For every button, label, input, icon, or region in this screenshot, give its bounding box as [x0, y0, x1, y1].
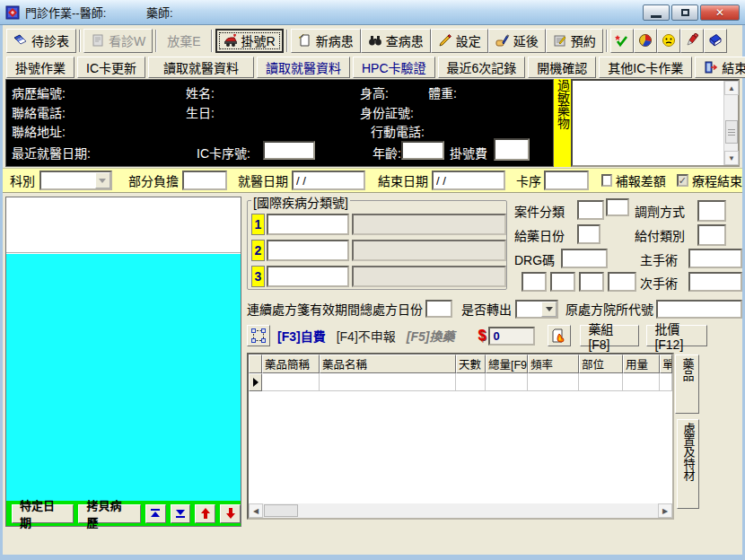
drug-table-row[interactable]	[249, 373, 672, 391]
tab-read-visit-data[interactable]: 讀取就醫資料	[148, 57, 254, 78]
tab-boot-confirm[interactable]: 開機確認	[528, 57, 596, 78]
tab-read-visit-data-2[interactable]: 讀取就醫資料	[257, 57, 350, 78]
age-label: 年齡:	[372, 144, 401, 162]
col-unit[interactable]: 單	[660, 354, 672, 373]
sub-surgery-input[interactable]	[688, 272, 742, 292]
statistics-pie-button[interactable]	[634, 29, 657, 53]
marquee-icon	[251, 328, 266, 343]
col-dose[interactable]: 用量	[623, 354, 660, 373]
end-date-input[interactable]	[432, 171, 505, 190]
dept-dropdown-icon[interactable]	[95, 172, 110, 188]
drug-group-button[interactable]: 藥組[F8]	[580, 325, 639, 346]
tab-registration[interactable]: 掛號作業	[6, 57, 74, 78]
see-patient-button[interactable]: 看診W	[83, 29, 153, 53]
wait-list-button[interactable]: 待診表	[6, 29, 76, 53]
pricing-button[interactable]: 批價[F12]	[646, 325, 707, 346]
col-total[interactable]: 總量[F9]	[486, 354, 528, 373]
transfer-combobox[interactable]	[515, 300, 558, 319]
supplement-checkbox[interactable]	[601, 174, 612, 187]
med-days-input[interactable]	[577, 224, 600, 244]
move-up-button[interactable]	[195, 504, 215, 523]
minimize-button[interactable]	[643, 4, 670, 21]
copay-input[interactable]	[182, 171, 227, 190]
postpone-button[interactable]: 延後	[488, 29, 546, 53]
settings-button[interactable]: 設定	[431, 29, 488, 53]
face-button[interactable]	[657, 29, 680, 53]
icd-code-1-input[interactable]	[267, 214, 349, 235]
scroll-top-button[interactable]	[145, 504, 166, 523]
close-button[interactable]: ✕	[700, 4, 740, 21]
course-end-checkbox[interactable]: ✓	[677, 174, 688, 187]
col-drug-abbr[interactable]: 藥品簡稱	[262, 354, 320, 373]
case-type-input[interactable]	[577, 200, 604, 220]
history-list-area[interactable]	[6, 254, 241, 501]
visit-date-input[interactable]	[292, 171, 365, 190]
transfer-dropdown-icon[interactable]	[541, 302, 557, 317]
case-type-input-2[interactable]	[606, 198, 629, 216]
select-mode-button[interactable]	[247, 325, 270, 346]
pay-type-input[interactable]	[697, 224, 726, 246]
reg-fee-input[interactable]	[494, 138, 530, 161]
exit-button[interactable]: 結束	[695, 57, 745, 78]
f3-self-pay-label[interactable]: [F3]自費	[277, 327, 326, 345]
restore-button[interactable]	[671, 4, 698, 21]
col-frequency[interactable]: 頻率	[528, 354, 579, 373]
icd-row-2: 2	[251, 240, 506, 261]
move-down-button[interactable]	[220, 504, 241, 523]
tab-recent-records[interactable]: 最近6次記錄	[438, 57, 526, 78]
extra-code-input-3[interactable]	[579, 272, 604, 292]
tab-other-ic[interactable]: 其他IC卡作業	[599, 57, 692, 78]
dept-combobox[interactable]	[39, 171, 112, 190]
col-drug-name[interactable]: 藥品名稱	[320, 354, 456, 373]
appointment-button[interactable]: 預約	[546, 29, 603, 53]
f4-no-claim-label[interactable]: [F4]不申報	[337, 327, 396, 345]
tab-ic-update[interactable]: IC卡更新	[77, 57, 145, 78]
see-patient-label: 看診W	[109, 31, 145, 49]
specific-date-button[interactable]: 特定日期	[12, 504, 74, 523]
table-hscrollbar[interactable]: ◀ ▶	[249, 503, 672, 518]
abandon-button[interactable]: 放棄E	[160, 29, 207, 53]
ic-serial-input[interactable]	[263, 141, 315, 160]
allergy-scrollbar[interactable]: ▲ ▼	[723, 81, 738, 165]
main-surgery-input[interactable]	[688, 249, 742, 268]
new-patient-button[interactable]: 新病患	[291, 29, 361, 53]
scroll-right-icon[interactable]: ▶	[658, 503, 672, 518]
extra-code-input-4[interactable]	[608, 272, 636, 292]
age-input[interactable]	[401, 141, 444, 160]
scroll-bottom-button[interactable]	[171, 504, 191, 523]
col-site[interactable]: 部位	[579, 354, 623, 373]
extra-code-input-1[interactable]	[522, 272, 547, 292]
f5-change-drug-label[interactable]: [F5]換藥	[407, 327, 455, 345]
extra-code-input-2[interactable]	[550, 272, 575, 292]
rx-valid-days-input[interactable]	[425, 300, 452, 318]
drg-code-input[interactable]	[561, 249, 608, 268]
amount-field[interactable]	[488, 327, 535, 346]
allergy-textarea[interactable]: ▲ ▼	[571, 79, 740, 167]
tab-treatment-materials[interactable]: 處置及特材	[677, 419, 699, 509]
scroll-thumb[interactable]	[725, 120, 738, 144]
manual-button[interactable]	[704, 29, 727, 53]
hscroll-thumb[interactable]	[264, 504, 298, 517]
tab-registration-label: 掛號作業	[15, 58, 66, 76]
cart-icon	[224, 33, 238, 48]
scroll-down-icon[interactable]: ▼	[724, 151, 739, 165]
print-rx-button[interactable]	[548, 325, 571, 346]
copy-record-button[interactable]: 拷貝病歷	[78, 504, 140, 523]
scroll-left-icon[interactable]: ◀	[249, 503, 263, 518]
scroll-up-icon[interactable]: ▲	[724, 81, 739, 95]
origin-input[interactable]	[656, 300, 742, 319]
tab-drug[interactable]: 藥品	[675, 354, 699, 414]
tab-hpc-verify[interactable]: HPC卡驗證	[353, 57, 435, 78]
card-seq-input[interactable]	[544, 171, 589, 190]
icd-code-2-input[interactable]	[267, 240, 349, 261]
stamp-button[interactable]	[680, 29, 704, 53]
history-header-area[interactable]	[6, 197, 241, 253]
register-button[interactable]: 掛號R	[215, 29, 284, 53]
dispense-type-input[interactable]	[697, 200, 726, 222]
action-row: [F3]自費 [F4]不申報 [F5]換藥 $ 藥組[F8] 批價[F12]	[247, 324, 742, 347]
confirm-check-button[interactable]	[610, 29, 634, 53]
col-days[interactable]: 天數	[456, 354, 486, 373]
icd-code-3-input[interactable]	[267, 266, 349, 287]
find-patient-button[interactable]: 查病患	[361, 29, 431, 53]
icd-name-2-field	[352, 240, 506, 261]
